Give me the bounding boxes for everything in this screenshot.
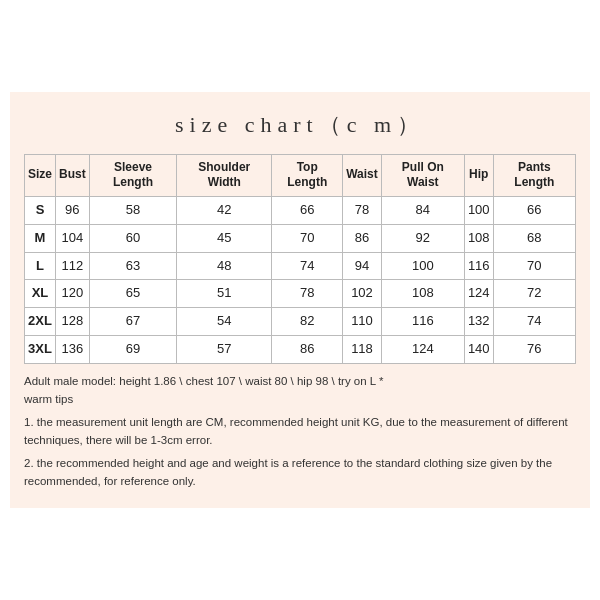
size-label: M: [25, 224, 56, 252]
table-row: L1126348749410011670: [25, 252, 576, 280]
col-header: Pull On Waist: [381, 154, 464, 196]
size-value: 82: [272, 308, 343, 336]
size-value: 51: [177, 280, 272, 308]
note2-text: 2. the recommended height and age and we…: [24, 454, 576, 491]
col-header: Sleeve Length: [89, 154, 177, 196]
size-value: 136: [56, 336, 90, 364]
size-value: 102: [343, 280, 382, 308]
size-value: 67: [89, 308, 177, 336]
col-header: Pants Length: [493, 154, 575, 196]
size-value: 118: [343, 336, 382, 364]
size-value: 128: [56, 308, 90, 336]
size-value: 100: [464, 196, 493, 224]
size-label: L: [25, 252, 56, 280]
size-value: 132: [464, 308, 493, 336]
size-value: 84: [381, 196, 464, 224]
size-value: 86: [272, 336, 343, 364]
size-value: 108: [381, 280, 464, 308]
col-header: Top Length: [272, 154, 343, 196]
size-value: 140: [464, 336, 493, 364]
table-row: XL12065517810210812472: [25, 280, 576, 308]
col-header: Bust: [56, 154, 90, 196]
size-value: 78: [272, 280, 343, 308]
size-value: 66: [272, 196, 343, 224]
col-header: Waist: [343, 154, 382, 196]
size-value: 94: [343, 252, 382, 280]
size-value: 112: [56, 252, 90, 280]
size-value: 116: [464, 252, 493, 280]
size-value: 58: [89, 196, 177, 224]
size-value: 60: [89, 224, 177, 252]
size-value: 66: [493, 196, 575, 224]
size-value: 100: [381, 252, 464, 280]
size-value: 74: [493, 308, 575, 336]
col-header: Shoulder Width: [177, 154, 272, 196]
size-value: 69: [89, 336, 177, 364]
size-value: 92: [381, 224, 464, 252]
size-value: 108: [464, 224, 493, 252]
size-value: 116: [381, 308, 464, 336]
size-value: 124: [464, 280, 493, 308]
size-value: 42: [177, 196, 272, 224]
size-value: 86: [343, 224, 382, 252]
size-value: 70: [493, 252, 575, 280]
size-value: 120: [56, 280, 90, 308]
size-value: 70: [272, 224, 343, 252]
model-note: Adult male model: height 1.86 \ chest 10…: [24, 372, 576, 409]
col-header: Size: [25, 154, 56, 196]
size-chart-container: size chart（c m） SizeBustSleeve LengthSho…: [10, 92, 590, 509]
note1-text: 1. the measurement unit length are CM, r…: [24, 413, 576, 450]
table-row: M104604570869210868: [25, 224, 576, 252]
size-label: 3XL: [25, 336, 56, 364]
size-value: 72: [493, 280, 575, 308]
size-value: 45: [177, 224, 272, 252]
size-label: S: [25, 196, 56, 224]
size-value: 63: [89, 252, 177, 280]
chart-title: size chart（c m）: [24, 110, 576, 140]
table-row: 2XL12867548211011613274: [25, 308, 576, 336]
table-row: S96584266788410066: [25, 196, 576, 224]
size-value: 78: [343, 196, 382, 224]
size-label: XL: [25, 280, 56, 308]
size-value: 48: [177, 252, 272, 280]
size-value: 68: [493, 224, 575, 252]
col-header: Hip: [464, 154, 493, 196]
size-value: 54: [177, 308, 272, 336]
size-table: SizeBustSleeve LengthShoulder WidthTop L…: [24, 154, 576, 365]
notes-section: Adult male model: height 1.86 \ chest 10…: [24, 372, 576, 490]
size-label: 2XL: [25, 308, 56, 336]
table-header-row: SizeBustSleeve LengthShoulder WidthTop L…: [25, 154, 576, 196]
size-value: 57: [177, 336, 272, 364]
size-value: 74: [272, 252, 343, 280]
size-value: 104: [56, 224, 90, 252]
table-row: 3XL13669578611812414076: [25, 336, 576, 364]
size-value: 76: [493, 336, 575, 364]
size-value: 65: [89, 280, 177, 308]
size-value: 124: [381, 336, 464, 364]
size-value: 96: [56, 196, 90, 224]
size-value: 110: [343, 308, 382, 336]
